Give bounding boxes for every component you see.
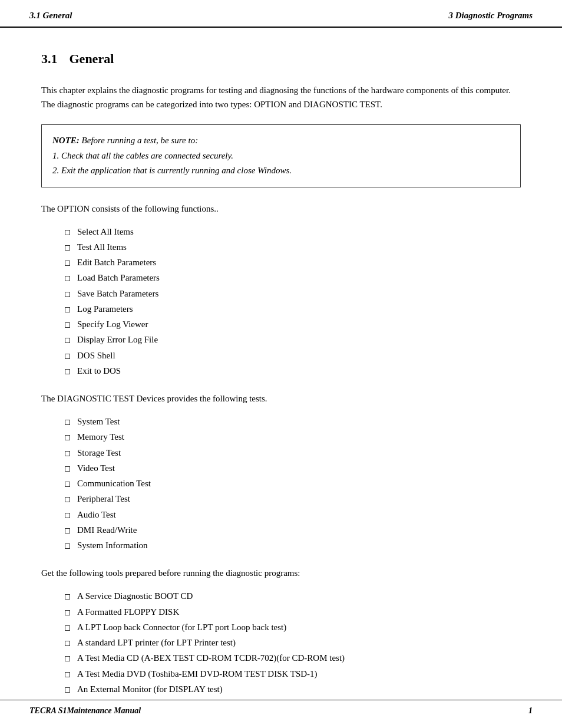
bullet-icon (65, 497, 70, 502)
bullet-icon (65, 687, 70, 693)
footer-page-number: 1 (528, 706, 533, 716)
list-item-text: Communication Test (77, 476, 151, 491)
list-item: A LPT Loop back Connector (for LPT port … (65, 620, 521, 635)
list-item-text: Video Test (77, 460, 115, 476)
bullet-icon (65, 261, 70, 266)
section-heading: 3.1General (41, 51, 521, 67)
bullet-icon (65, 276, 70, 281)
list-item: A Test Media DVD (Toshiba-EMI DVD-ROM TE… (65, 666, 521, 681)
list-item-text: Edit Batch Parameters (77, 255, 156, 270)
option-intro: The OPTION consists of the following fun… (41, 202, 521, 216)
bullet-icon (65, 369, 70, 374)
list-item-text: Display Error Log File (77, 332, 158, 347)
note-box: NOTE: Before running a test, be sure to:… (41, 124, 521, 187)
bullet-icon (65, 656, 70, 661)
list-item: Load Batch Parameters (65, 270, 521, 285)
tools-list: A Service Diagnostic BOOT CDA Formatted … (65, 588, 521, 697)
list-item: Display Error Log File (65, 332, 521, 347)
list-item-text: A standard LPT printer (for LPT Printer … (77, 635, 236, 650)
diagnostic-list: System TestMemory TestStorage TestVideo … (65, 414, 521, 553)
list-item: System Test (65, 414, 521, 429)
bullet-icon (65, 435, 70, 440)
list-item: Exit to DOS (65, 363, 521, 378)
list-item-text: A Test Media DVD (Toshiba-EMI DVD-ROM TE… (77, 666, 318, 681)
bullet-icon (65, 322, 70, 328)
list-item: Peripheral Test (65, 491, 521, 506)
main-content: 3.1General This chapter explains the dia… (0, 45, 562, 728)
intro-paragraph: This chapter explains the diagnostic pro… (41, 83, 521, 111)
note-item-2: 2. Exit the application that is currentl… (52, 163, 510, 179)
bullet-icon (65, 672, 70, 677)
bullet-icon (65, 307, 70, 312)
section-number: 3.1 (41, 51, 58, 66)
bullet-icon (65, 641, 70, 646)
list-item: A Formatted FLOPPY DISK (65, 604, 521, 620)
footer-manual-name: TECRA S1Maintenance Manual (29, 706, 141, 716)
list-item-text: A LPT Loop back Connector (for LPT port … (77, 620, 286, 635)
list-item-text: Specify Log Viewer (77, 317, 148, 332)
list-item-text: Storage Test (77, 445, 121, 460)
bullet-icon (65, 451, 70, 456)
list-item: Video Test (65, 460, 521, 476)
list-item: A standard LPT printer (for LPT Printer … (65, 635, 521, 650)
list-item-text: Audio Test (77, 507, 116, 522)
section-title-text: General (70, 51, 114, 66)
page-footer: TECRA S1Maintenance Manual 1 (0, 700, 562, 722)
list-item: System Information (65, 538, 521, 553)
list-item-text: Save Batch Parameters (77, 286, 158, 301)
list-item: A Service Diagnostic BOOT CD (65, 588, 521, 604)
list-item-text: Exit to DOS (77, 363, 121, 378)
list-item: Select All Items (65, 224, 521, 239)
note-header: NOTE: Before running a test, be sure to: (52, 133, 510, 149)
list-item-text: An External Monitor (for DISPLAY test) (77, 681, 223, 697)
bullet-icon (65, 482, 70, 487)
note-label: NOTE: (52, 136, 80, 145)
list-item: DMI Read/Write (65, 522, 521, 538)
list-item: Test All Items (65, 239, 521, 255)
list-item: Log Parameters (65, 301, 521, 317)
header-right: 3 Diagnostic Programs (448, 11, 533, 21)
bullet-icon (65, 292, 70, 297)
list-item-text: A Test Media CD (A-BEX TEST CD-ROM TCDR-… (77, 650, 345, 666)
list-item-text: DMI Read/Write (77, 522, 137, 538)
list-item-text: Log Parameters (77, 301, 133, 317)
bullet-icon (65, 594, 70, 599)
list-item: A Test Media CD (A-BEX TEST CD-ROM TCDR-… (65, 650, 521, 666)
list-item: Memory Test (65, 429, 521, 444)
page: 3.1 General 3 Diagnostic Programs 3.1Gen… (0, 0, 562, 728)
bullet-icon (65, 245, 70, 251)
list-item-text: A Service Diagnostic BOOT CD (77, 588, 193, 604)
list-item-text: DOS Shell (77, 348, 115, 363)
bullet-icon (65, 513, 70, 518)
list-item: Audio Test (65, 507, 521, 522)
note-item-1: 1. Check that all the cables are connect… (52, 149, 510, 164)
list-item-text: Test All Items (77, 239, 127, 255)
tools-intro: Get the following tools prepared before … (41, 566, 521, 580)
diagnostic-intro: The DIAGNOSTIC TEST Devices provides the… (41, 391, 521, 406)
bullet-icon (65, 230, 70, 235)
list-item-text: A Formatted FLOPPY DISK (77, 604, 179, 620)
bullet-icon (65, 625, 70, 631)
option-list: Select All ItemsTest All ItemsEdit Batch… (65, 224, 521, 379)
list-item: Storage Test (65, 445, 521, 460)
page-header: 3.1 General 3 Diagnostic Programs (0, 0, 562, 28)
list-item: DOS Shell (65, 348, 521, 363)
bullet-icon (65, 354, 70, 359)
bullet-icon (65, 543, 70, 549)
list-item: Specify Log Viewer (65, 317, 521, 332)
bullet-icon (65, 338, 70, 343)
bullet-icon (65, 610, 70, 615)
list-item: Save Batch Parameters (65, 286, 521, 301)
list-item-text: Memory Test (77, 429, 124, 444)
list-item-text: Load Batch Parameters (77, 270, 160, 285)
list-item: Communication Test (65, 476, 521, 491)
bullet-icon (65, 528, 70, 533)
list-item-text: Peripheral Test (77, 491, 130, 506)
bullet-icon (65, 420, 70, 425)
bullet-icon (65, 466, 70, 472)
list-item-text: System Information (77, 538, 148, 553)
list-item: Edit Batch Parameters (65, 255, 521, 270)
list-item: An External Monitor (for DISPLAY test) (65, 681, 521, 697)
header-left: 3.1 General (29, 11, 72, 21)
note-intro: Before running a test, be sure to: (80, 136, 198, 145)
